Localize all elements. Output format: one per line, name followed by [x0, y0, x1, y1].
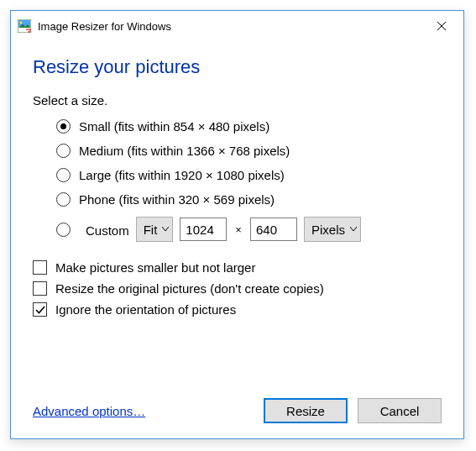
radio-icon [56, 192, 71, 207]
radio-icon [56, 168, 71, 182]
size-options-group: Small (fits within 854 × 480 pixels) Med… [33, 119, 442, 252]
custom-height-input[interactable] [250, 218, 297, 241]
option-smaller-only[interactable]: Make pictures smaller but not larger [33, 260, 442, 275]
app-icon [18, 19, 31, 33]
checkbox-icon [33, 302, 47, 317]
cancel-button[interactable]: Cancel [358, 398, 442, 423]
close-button[interactable] [425, 13, 458, 39]
svg-point-2 [20, 22, 23, 24]
custom-label: Custom [86, 222, 129, 238]
times-symbol: × [233, 223, 243, 236]
option-label: Make pictures smaller but not larger [55, 260, 255, 275]
button-label: Resize [286, 404, 325, 418]
custom-width-input[interactable] [180, 218, 227, 241]
unit-dropdown[interactable]: Pixels [304, 217, 361, 242]
chevron-down-icon [350, 227, 357, 232]
dialog-content: Resize your pictures Select a size. Smal… [11, 41, 463, 438]
size-option-small[interactable]: Small (fits within 854 × 480 pixels) [56, 119, 442, 134]
fit-mode-value: Fit [144, 223, 158, 237]
radio-icon [56, 144, 71, 158]
size-option-label: Medium (fits within 1366 × 768 pixels) [79, 144, 290, 158]
option-resize-original[interactable]: Resize the original pictures (don't crea… [33, 281, 442, 296]
options-group: Make pictures smaller but not larger Res… [33, 260, 442, 323]
size-option-label: Small (fits within 854 × 480 pixels) [79, 119, 269, 134]
dialog-footer: Advanced options… Resize Cancel [33, 385, 442, 423]
size-option-medium[interactable]: Medium (fits within 1366 × 768 pixels) [56, 144, 442, 158]
checkbox-icon [33, 281, 47, 296]
option-label: Resize the original pictures (don't crea… [55, 281, 324, 296]
button-label: Cancel [380, 404, 420, 418]
size-option-label: Large (fits within 1920 × 1080 pixels) [79, 168, 285, 182]
titlebar: Image Resizer for Windows [11, 11, 463, 41]
radio-icon [56, 119, 71, 134]
resize-button[interactable]: Resize [264, 398, 348, 423]
size-option-custom[interactable]: Custom Fit × Pixels [56, 217, 442, 242]
size-option-phone[interactable]: Phone (fits within 320 × 569 pixels) [56, 192, 442, 207]
window-title: Image Resizer for Windows [38, 20, 425, 33]
prompt-text: Select a size. [33, 93, 442, 108]
option-label: Ignore the orientation of pictures [55, 302, 236, 317]
advanced-options-link[interactable]: Advanced options… [33, 404, 145, 418]
size-option-label: Phone (fits within 320 × 569 pixels) [79, 192, 275, 207]
unit-value: Pixels [311, 223, 345, 237]
chevron-down-icon [162, 227, 169, 232]
fit-mode-dropdown[interactable]: Fit [136, 217, 174, 242]
radio-icon [56, 223, 71, 237]
dialog-window: Image Resizer for Windows Resize your pi… [10, 10, 464, 439]
size-option-large[interactable]: Large (fits within 1920 × 1080 pixels) [56, 168, 442, 182]
option-ignore-orientation[interactable]: Ignore the orientation of pictures [33, 302, 442, 317]
checkbox-icon [33, 260, 47, 275]
page-heading: Resize your pictures [33, 56, 442, 78]
